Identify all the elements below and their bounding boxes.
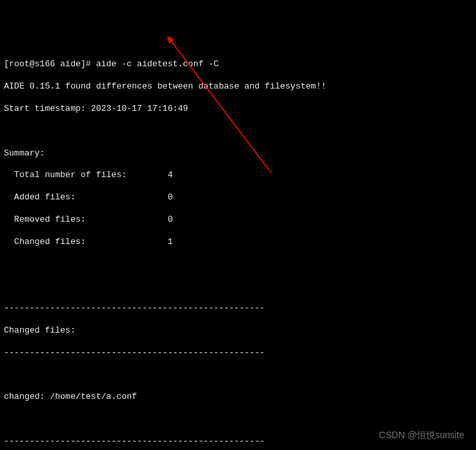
- blank-line: [4, 258, 472, 270]
- changed-files-header: Changed files:: [4, 325, 472, 337]
- timestamp-value: 2023-10-17 17:16:49: [91, 104, 188, 113]
- blank-line: [4, 281, 472, 292]
- command: aide -c aidetest.conf -C: [96, 59, 218, 69]
- timestamp-label: Start timestamp:: [4, 104, 86, 113]
- divider: ----------------------------------------…: [4, 303, 472, 314]
- summary-total: Total number of files: 4: [4, 170, 472, 181]
- prompt-line: [root@s166 aide]# aide -c aidetest.conf …: [4, 59, 472, 70]
- prompt-user-host: [root@s166 aide]#: [4, 59, 91, 69]
- summary-added: Added files: 0: [4, 192, 472, 203]
- timestamp-line: Start timestamp: 2023-10-17 17:16:49: [4, 104, 472, 115]
- blank-line: [4, 126, 472, 137]
- divider: ----------------------------------------…: [4, 348, 472, 359]
- watermark: CSDN @恒悦sunsite: [379, 429, 464, 441]
- summary-changed: Changed files: 1: [4, 237, 472, 248]
- version-line: AIDE 0.15.1 found differences between da…: [4, 81, 472, 92]
- blank-line: [4, 414, 472, 425]
- summary-removed: Removed files: 0: [4, 215, 472, 226]
- blank-line: [4, 369, 472, 380]
- summary-label: Summary:: [4, 148, 472, 159]
- changed-file-entry: changed: /home/test/a.conf: [4, 392, 472, 403]
- terminal-output: [root@s166 aide]# aide -c aidetest.conf …: [4, 49, 472, 450]
